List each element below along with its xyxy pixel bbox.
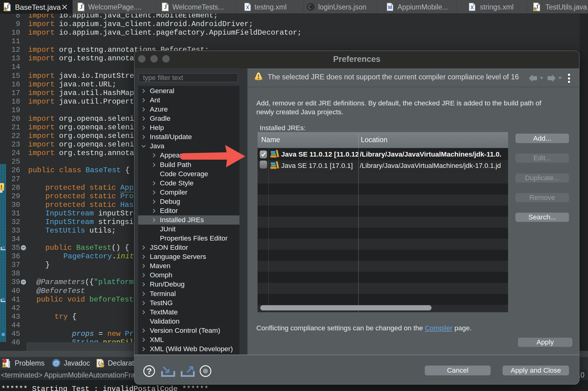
- svg-text:X: X: [246, 5, 249, 10]
- svg-text:M: M: [388, 5, 392, 10]
- svg-text:J: J: [80, 3, 83, 10]
- svg-text:X: X: [470, 5, 474, 10]
- svg-text:J: J: [164, 3, 167, 10]
